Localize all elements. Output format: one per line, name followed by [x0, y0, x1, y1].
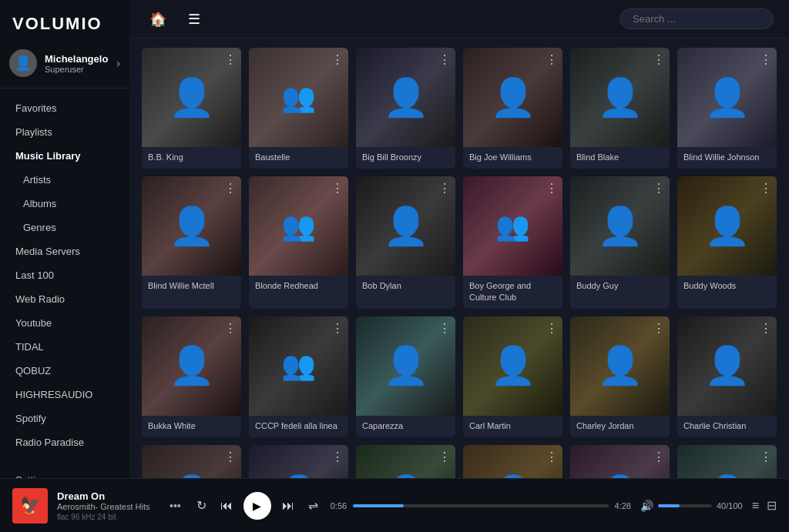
sidebar-item-tidal[interactable]: TIDAL — [0, 335, 129, 359]
home-icon[interactable]: 🏠 — [145, 6, 171, 32]
card-menu-icon[interactable]: ⋮ — [653, 321, 665, 336]
artist-card[interactable]: 👤 ⋮ Big Bill Broonzy — [356, 48, 455, 169]
artist-grid: 👤 ⋮ B.B. King 👥 ⋮ Baustelle 👤 ⋮ Big Bill… — [142, 48, 777, 532]
card-menu-icon[interactable]: ⋮ — [438, 181, 451, 196]
play-button[interactable]: ▶ — [243, 492, 271, 520]
shuffle-button[interactable]: ⇌ — [305, 495, 321, 516]
artist-card[interactable]: 👥 ⋮ Boy George and Culture Club — [463, 176, 562, 309]
sidebar-item-genres[interactable]: Genres — [0, 216, 129, 239]
artist-card[interactable]: 👤 ⋮ Charley Jordan — [570, 316, 670, 437]
card-menu-icon[interactable]: ⋮ — [760, 321, 772, 336]
card-menu-icon[interactable]: ⋮ — [546, 181, 558, 196]
volume-bar[interactable] — [658, 504, 712, 507]
sidebar-item-media-servers[interactable]: Media Servers — [0, 239, 129, 263]
artist-card[interactable]: 👤 ⋮ Bob Dylan — [356, 176, 455, 309]
sidebar-item-qobuz[interactable]: QOBUZ — [0, 359, 129, 383]
person-silhouette-icon: 👤 — [490, 344, 536, 387]
card-menu-icon[interactable]: ⋮ — [331, 181, 344, 196]
artist-card[interactable]: 👤 ⋮ Big Joe Williams — [463, 48, 562, 169]
sidebar-item-albums[interactable]: Albums — [0, 192, 129, 216]
card-menu-icon[interactable]: ⋮ — [760, 450, 772, 464]
sidebar-item-spotify[interactable]: Spotify — [0, 407, 129, 430]
card-menu-icon[interactable]: ⋮ — [546, 450, 558, 464]
album-art-icon: 🦅 — [20, 496, 41, 516]
track-artist-album: Aerosmith- Greatest Hits — [57, 502, 157, 511]
artist-card[interactable]: 👥 ⋮ Blonde Redhead — [249, 176, 348, 309]
sidebar-item-web-radio[interactable]: Web Radio — [0, 287, 129, 311]
artist-card[interactable]: 👤 ⋮ Blind Blake — [570, 48, 670, 169]
artist-name: Blonde Redhead — [249, 276, 348, 297]
card-menu-icon[interactable]: ⋮ — [331, 52, 344, 67]
artist-card[interactable]: 👤 ⋮ Blind Willie Mctell — [142, 176, 241, 309]
sidebar-item-youtube[interactable]: Youtube — [0, 311, 129, 335]
artist-image: 👤 ⋮ — [356, 48, 455, 147]
sidebar-item-highresaudio[interactable]: HIGHRESAUDIO — [0, 383, 129, 407]
card-menu-icon[interactable]: ⋮ — [438, 450, 451, 464]
artist-name: CCCP fedeli alla linea — [249, 416, 348, 437]
queue-icon[interactable]: ≡ — [752, 499, 759, 513]
card-menu-icon[interactable]: ⋮ — [653, 181, 665, 196]
artist-image: 👤 ⋮ — [463, 48, 562, 147]
album-art: 🦅 — [12, 488, 48, 524]
previous-button[interactable]: ⏮ — [217, 496, 236, 516]
artist-image: 👤 ⋮ — [677, 176, 777, 276]
player-bar: 🦅 Dream On Aerosmith- Greatest Hits flac… — [0, 478, 789, 532]
total-time: 4:28 — [615, 501, 631, 510]
card-menu-icon[interactable]: ⋮ — [546, 321, 558, 336]
card-menu-icon[interactable]: ⋮ — [224, 52, 237, 67]
artist-name: Charlie Christian — [677, 416, 777, 437]
person-silhouette-icon: 👤 — [169, 205, 215, 248]
card-menu-icon[interactable]: ⋮ — [224, 321, 237, 336]
artist-card[interactable]: 👤 ⋮ Buddy Guy — [570, 176, 670, 309]
sidebar-item-favorites[interactable]: Favorites — [0, 96, 129, 120]
next-button[interactable]: ⏭ — [279, 496, 297, 516]
artist-card[interactable]: 👥 ⋮ Baustelle — [249, 48, 348, 169]
artist-image: 👤 ⋮ — [570, 176, 670, 276]
card-menu-icon[interactable]: ⋮ — [546, 52, 558, 67]
cast-icon[interactable]: ⊟ — [767, 498, 777, 513]
app-logo: VOLUMIO — [0, 0, 129, 43]
card-menu-icon[interactable]: ⋮ — [438, 321, 451, 336]
sidebar: VOLUMIO 👤 Michelangelo Superuser › Favor… — [0, 0, 129, 532]
artist-card[interactable]: 👤 ⋮ B.B. King — [142, 48, 241, 169]
list-view-icon[interactable]: ☰ — [183, 6, 205, 32]
card-menu-icon[interactable]: ⋮ — [760, 52, 772, 67]
artist-name: Blind Blake — [570, 147, 670, 169]
person-silhouette-icon: 👤 — [169, 76, 215, 119]
card-menu-icon[interactable]: ⋮ — [760, 181, 772, 196]
artist-card[interactable]: 👤 ⋮ Charlie Christian — [677, 316, 777, 437]
artist-card[interactable]: 👤 ⋮ Carl Martin — [463, 316, 562, 437]
artist-image: 👥 ⋮ — [249, 176, 348, 276]
artist-image: 👤 ⋮ — [570, 316, 670, 416]
card-menu-icon[interactable]: ⋮ — [653, 450, 665, 464]
more-options-button[interactable]: ••• — [166, 500, 184, 512]
card-menu-icon[interactable]: ⋮ — [438, 52, 451, 67]
sidebar-item-playlists[interactable]: Playlists — [0, 120, 129, 144]
artist-card[interactable]: 👥 ⋮ CCCP fedeli alla linea — [249, 316, 348, 437]
sidebar-item-artists[interactable]: Artists — [0, 168, 129, 192]
card-menu-icon[interactable]: ⋮ — [331, 450, 344, 464]
user-profile[interactable]: 👤 Michelangelo Superuser › — [0, 43, 129, 89]
artist-card[interactable]: 👤 ⋮ Blind Willie Johnson — [677, 48, 777, 169]
artist-card[interactable]: 👤 ⋮ Bukka White — [142, 316, 241, 437]
search-input[interactable] — [619, 8, 774, 29]
artist-image: 👤 ⋮ — [570, 48, 670, 147]
card-menu-icon[interactable]: ⋮ — [224, 181, 237, 196]
progress-bar[interactable] — [353, 504, 608, 507]
card-menu-icon[interactable]: ⋮ — [224, 450, 237, 464]
card-menu-icon[interactable]: ⋮ — [331, 321, 344, 336]
artist-name: Buddy Woods — [677, 276, 777, 297]
repeat-button[interactable]: ↻ — [193, 495, 210, 516]
sidebar-item-radio-paradise[interactable]: Radio Paradise — [0, 430, 129, 454]
artist-name: Bukka White — [142, 416, 241, 437]
artist-card[interactable]: 👤 ⋮ Caparezza — [356, 316, 455, 437]
player-controls: ↻ ⏮ ▶ ⏭ ⇌ — [193, 492, 321, 520]
current-time: 0:56 — [331, 501, 347, 510]
person-silhouette-icon: 👤 — [704, 205, 750, 248]
artist-card[interactable]: 👤 ⋮ Buddy Woods — [677, 176, 777, 309]
artist-name: B.B. King — [142, 147, 241, 169]
sidebar-item-music-library[interactable]: Music Library — [0, 144, 129, 168]
card-menu-icon[interactable]: ⋮ — [653, 52, 665, 67]
artist-name: Big Bill Broonzy — [356, 147, 455, 169]
sidebar-item-last-100[interactable]: Last 100 — [0, 263, 129, 287]
